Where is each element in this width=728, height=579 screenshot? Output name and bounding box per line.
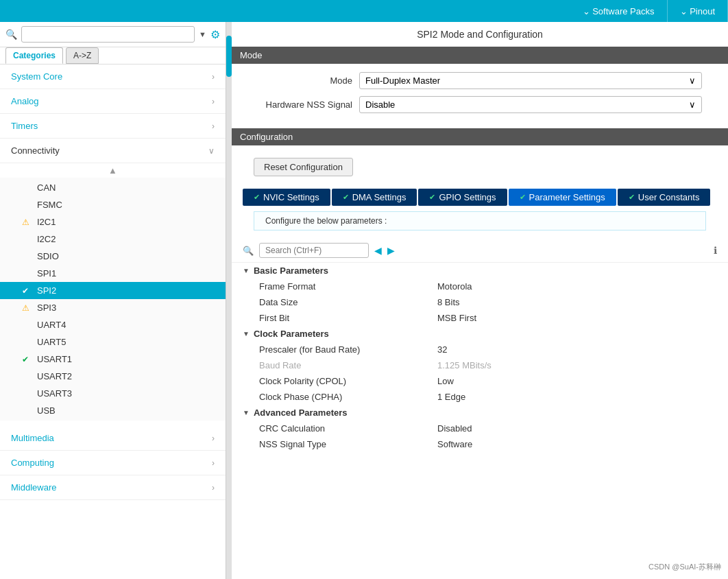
chevron-right-icon: ›: [212, 458, 215, 468]
warning-icon: ⚠: [22, 217, 33, 227]
tab-dma[interactable]: ✔ DMA Settings: [332, 189, 417, 206]
sidebar-item-label: Analog: [11, 96, 38, 106]
search-bar: 🔍 ▼ ⚙: [0, 22, 226, 47]
subitem-spi1[interactable]: SPI1: [0, 265, 226, 282]
subitem-usb[interactable]: USB: [0, 402, 226, 419]
sidebar-item-computing[interactable]: Computing ›: [0, 451, 226, 475]
pinout-btn[interactable]: ⌄ Pinout: [668, 0, 728, 22]
chevron-right-icon: ›: [212, 434, 215, 443]
tabs-row: Categories A->Z: [0, 47, 226, 64]
param-nss-signal: NSS Signal Type Software: [243, 436, 717, 452]
param-cpha: Clock Phase (CPHA) 1 Edge: [243, 389, 717, 405]
software-packs-btn[interactable]: ⌄ Software Packs: [570, 0, 668, 22]
search-input[interactable]: [21, 26, 195, 43]
config-tabs: ✔ NVIC Settings ✔ DMA Settings ✔ GPIO Se…: [232, 189, 728, 206]
param-search-input[interactable]: [259, 243, 369, 258]
sidebar-item-timers[interactable]: Timers ›: [0, 114, 226, 139]
tab-user-constants[interactable]: ✔ User Constants: [618, 189, 711, 206]
gear-icon[interactable]: ⚙: [210, 28, 220, 41]
param-cpol: Clock Polarity (CPOL) Low: [243, 373, 717, 389]
sidebar-item-multimedia[interactable]: Multimedia ›: [0, 426, 226, 451]
next-arrow-icon[interactable]: ▶: [387, 245, 395, 256]
sidebar-item-connectivity[interactable]: Connectivity ∨: [0, 139, 226, 163]
chevron-right-icon: ›: [212, 72, 215, 82]
tab-gpio[interactable]: ✔ GPIO Settings: [418, 189, 507, 206]
scroll-up-area: ▲: [0, 163, 226, 178]
sidebar-item-label: Multimedia: [11, 433, 54, 443]
subitem-i2c1[interactable]: ⚠ I2C1: [0, 213, 226, 231]
group-advanced[interactable]: ▼ Advanced Parameters: [243, 405, 717, 421]
search-icon: 🔍: [243, 246, 254, 256]
collapse-icon: ▼: [243, 267, 250, 274]
group-clock[interactable]: ▼ Clock Parameters: [243, 326, 717, 342]
connectivity-subitems: CAN FSMC ⚠ I2C1 I2C2 SDIO: [0, 178, 226, 421]
check-icon: ✔: [343, 193, 349, 202]
left-scrollbar: [226, 22, 232, 579]
mode-section-header: Mode: [232, 47, 728, 64]
subitem-uart5[interactable]: UART5: [0, 333, 226, 351]
top-bar: ⌄ Software Packs ⌄ Pinout: [0, 0, 728, 22]
tab-parameter[interactable]: ✔ Parameter Settings: [509, 189, 616, 206]
mode-select-value: Full-Duplex Master: [365, 75, 440, 86]
hardware-nss-label: Hardware NSS Signal: [243, 99, 352, 110]
configure-label: Configure the below parameters :: [254, 211, 706, 231]
hardware-nss-value: Disable: [365, 99, 395, 110]
config-section: Reset Configuration ✔ NVIC Settings ✔ DM…: [232, 145, 728, 579]
info-icon[interactable]: ℹ: [714, 245, 717, 256]
scroll-up-btn[interactable]: ▲: [108, 165, 117, 176]
subitem-usart3[interactable]: USART3: [0, 385, 226, 402]
chevron-right-icon: ›: [212, 121, 215, 131]
sidebar-item-analog[interactable]: Analog ›: [0, 89, 226, 114]
mode-section: Mode Full-Duplex Master ∨ Hardware NSS S…: [232, 64, 728, 128]
mode-select[interactable]: Full-Duplex Master ∨: [359, 72, 702, 89]
param-data-size: Data Size 8 Bits: [243, 294, 717, 310]
check-icon: ✔: [22, 355, 33, 364]
check-active-icon: ✔: [22, 286, 33, 296]
hardware-nss-select[interactable]: Disable ∨: [359, 96, 702, 113]
reset-config-btn[interactable]: Reset Configuration: [254, 158, 353, 176]
sidebar-item-system-core[interactable]: System Core ›: [0, 64, 226, 89]
check-icon: ✔: [254, 193, 260, 202]
search-icon: 🔍: [5, 29, 17, 40]
group-basic[interactable]: ▼ Basic Parameters: [243, 263, 717, 279]
tab-nvic[interactable]: ✔ NVIC Settings: [243, 189, 330, 206]
subitem-usart1[interactable]: ✔ USART1: [0, 351, 226, 368]
right-panel: SPI2 Mode and Configuration Mode Mode Fu…: [232, 22, 728, 579]
spi-title: SPI2 Mode and Configuration: [232, 22, 728, 47]
mode-label: Mode: [243, 75, 352, 86]
param-baud-rate: Baud Rate 1.125 MBits/s: [243, 357, 717, 373]
prev-arrow-icon[interactable]: ◀: [374, 245, 382, 256]
top-bar-right: ⌄ Software Packs ⌄ Pinout: [570, 0, 728, 22]
subitem-sdio[interactable]: SDIO: [0, 248, 226, 265]
scrollbar-thumb: [226, 36, 232, 77]
tab-categories[interactable]: Categories: [5, 47, 63, 64]
warning-icon: ⚠: [22, 303, 33, 313]
param-prescaler: Prescaler (for Baud Rate) 32: [243, 342, 717, 357]
chevron-right-icon: ›: [212, 97, 215, 106]
subitem-can[interactable]: CAN: [0, 179, 226, 196]
param-frame-format: Frame Format Motorola: [243, 279, 717, 294]
collapse-icon: ▼: [243, 409, 250, 416]
param-search-row: 🔍 ◀ ▶ ℹ: [232, 239, 728, 263]
sidebar-item-middleware[interactable]: Middleware ›: [0, 475, 226, 500]
main-content: 🔍 ▼ ⚙ Categories A->Z System Core › Anal…: [0, 22, 728, 579]
subitem-uart4[interactable]: UART4: [0, 316, 226, 333]
subitem-spi3[interactable]: ⚠ SPI3: [0, 299, 226, 316]
check-icon: ✔: [520, 193, 526, 202]
sidebar-item-label: Middleware: [11, 482, 56, 493]
check-icon: ✔: [429, 193, 435, 202]
subitem-spi2[interactable]: ✔ SPI2: [0, 282, 226, 299]
subitem-usart2[interactable]: USART2: [0, 368, 226, 385]
watermark: CSDN @SuAI-苏释榊: [648, 562, 721, 572]
params-container: ▼ Basic Parameters Frame Format Motorola…: [232, 263, 728, 579]
select-chevron-icon: ∨: [689, 99, 696, 110]
config-section-header: Configuration: [232, 128, 728, 145]
subitem-fsmc[interactable]: FSMC: [0, 196, 226, 213]
select-chevron-icon: ∨: [689, 75, 696, 86]
subitem-i2c2[interactable]: I2C2: [0, 231, 226, 248]
collapse-icon: ▼: [243, 330, 250, 338]
tab-atoz[interactable]: A->Z: [66, 47, 99, 64]
left-panel: 🔍 ▼ ⚙ Categories A->Z System Core › Anal…: [0, 22, 226, 579]
param-crc: CRC Calculation Disabled: [243, 421, 717, 436]
hardware-nss-row: Hardware NSS Signal Disable ∨: [243, 96, 717, 113]
